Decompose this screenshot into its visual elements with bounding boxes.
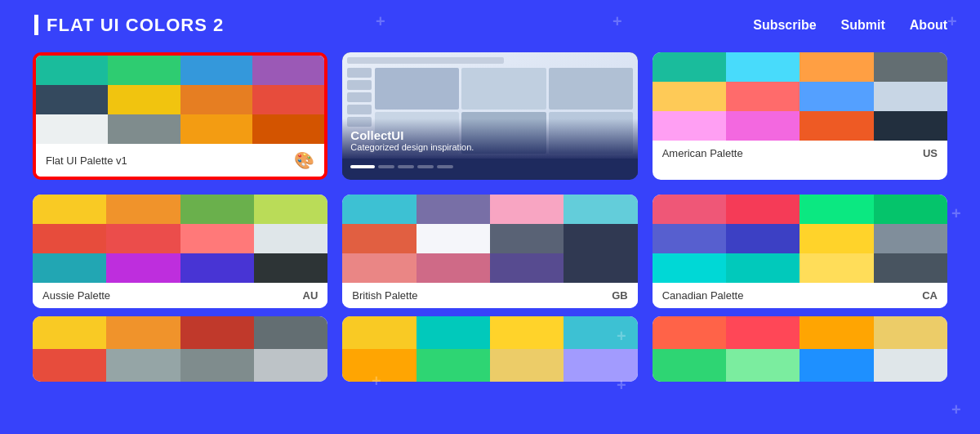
palette-grid bbox=[36, 56, 324, 144]
card-flag: US bbox=[923, 147, 938, 159]
ad-progress bbox=[342, 165, 637, 175]
card-flag: AU bbox=[303, 289, 318, 302]
bottom-cards bbox=[0, 316, 980, 390]
palette-grid bbox=[33, 316, 327, 382]
decorative-plus: + bbox=[951, 400, 961, 419]
palette-grid bbox=[342, 195, 637, 283]
palette-grid bbox=[653, 52, 947, 141]
card-canadian[interactable]: Canadian Palette CA bbox=[653, 195, 947, 308]
card-name: British Palette bbox=[352, 289, 417, 302]
palette-grid bbox=[33, 195, 327, 283]
card-footer: Flat UI Palette v1 🎨 bbox=[36, 144, 324, 177]
nav-subscribe[interactable]: Subscribe bbox=[753, 18, 816, 33]
card-name: American Palette bbox=[662, 147, 743, 159]
card-collectui-ad[interactable]: CollectUI Categorized design inspiration… bbox=[342, 52, 637, 180]
progress-dot-4 bbox=[417, 165, 434, 168]
card-german-partial[interactable] bbox=[33, 316, 327, 382]
ad-title: CollectUI bbox=[350, 128, 629, 142]
ad-overlay: CollectUI Categorized design inspiration… bbox=[342, 119, 637, 159]
nav-submit[interactable]: Submit bbox=[841, 18, 885, 33]
progress-dot-3 bbox=[398, 165, 414, 168]
card-aussie[interactable]: Aussie Palette AU bbox=[33, 195, 327, 308]
card-flag: GB bbox=[612, 289, 628, 302]
card-name: Flat UI Palette v1 bbox=[46, 154, 127, 167]
main-nav: Subscribe Submit About bbox=[753, 18, 947, 33]
ad-subtitle: Categorized design inspiration. bbox=[350, 142, 629, 152]
card-name: Aussie Palette bbox=[42, 289, 110, 302]
main-grid: Flat UI Palette v1 🎨 bbox=[0, 44, 980, 316]
header: FLAT UI COLORS 2 Subscribe Submit About bbox=[0, 0, 980, 44]
palette-grid bbox=[653, 316, 947, 382]
card-footer: Canadian Palette CA bbox=[653, 283, 947, 308]
card-british[interactable]: British Palette GB bbox=[342, 195, 637, 308]
nav-about[interactable]: About bbox=[910, 18, 947, 33]
palette-grid bbox=[342, 316, 637, 382]
card-spanish-partial[interactable] bbox=[342, 316, 637, 382]
progress-dot-5 bbox=[437, 165, 453, 168]
card-flag: CA bbox=[922, 289, 938, 302]
ad-background: CollectUI Categorized design inspiration… bbox=[342, 52, 637, 159]
palette-icon: 🎨 bbox=[294, 150, 314, 170]
progress-dot-1 bbox=[350, 165, 375, 168]
card-footer: American Palette US bbox=[653, 141, 947, 166]
palette-grid bbox=[653, 195, 947, 283]
card-flat-ui-v1[interactable]: Flat UI Palette v1 🎨 bbox=[33, 52, 327, 180]
card-turkish-partial[interactable] bbox=[653, 316, 947, 382]
card-footer: Aussie Palette AU bbox=[33, 283, 327, 308]
card-footer: British Palette GB bbox=[342, 283, 637, 308]
site-title: FLAT UI COLORS 2 bbox=[33, 15, 224, 36]
card-name: Canadian Palette bbox=[662, 289, 744, 302]
progress-dot-2 bbox=[378, 165, 394, 168]
card-american[interactable]: American Palette US bbox=[653, 52, 947, 180]
